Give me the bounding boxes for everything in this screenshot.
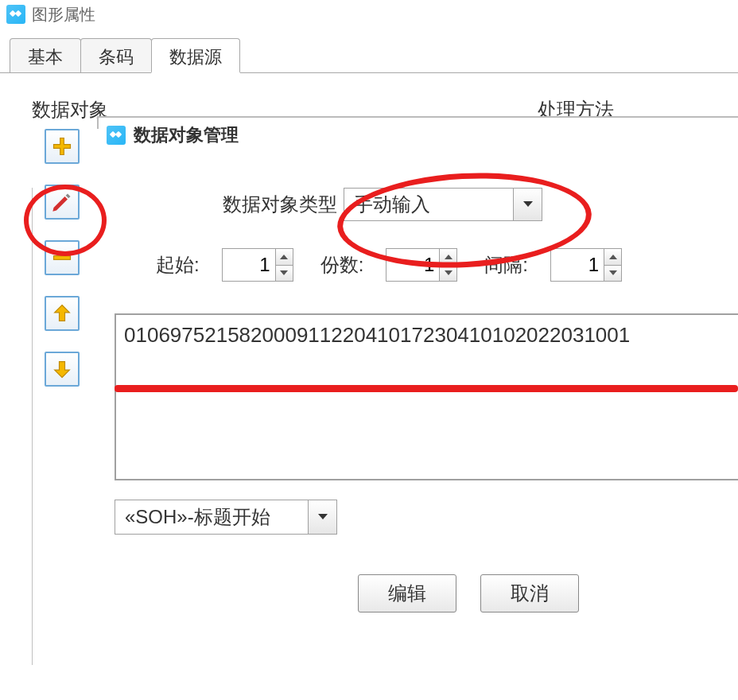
type-dropdown-value: 手动输入 <box>344 192 513 217</box>
arrow-up-icon <box>51 302 73 325</box>
copies-spinner[interactable] <box>386 248 457 282</box>
dialog-title: 数据对象管理 <box>134 123 239 147</box>
sidebar-buttons <box>45 129 80 387</box>
start-input[interactable] <box>223 249 275 281</box>
arrow-down-icon <box>51 358 73 380</box>
svg-rect-0 <box>10 10 16 17</box>
spinner-up-icon[interactable] <box>604 249 621 266</box>
window-title: 图形属性 <box>32 4 95 25</box>
start-spinner[interactable] <box>222 248 293 282</box>
dialog-title-bar: 数据对象管理 <box>99 118 738 153</box>
spinner-down-icon[interactable] <box>440 266 456 282</box>
interval-input[interactable] <box>551 249 604 281</box>
type-dropdown[interactable]: 手动输入 <box>344 188 542 221</box>
group-border <box>32 188 33 665</box>
data-textarea[interactable]: 0106975215820009112204101723041010202203… <box>115 313 738 480</box>
soh-dropdown-value: «SOH»-标题开始 <box>115 504 308 530</box>
tab-bar: 基本 条码 数据源 <box>0 38 738 73</box>
copies-label: 份数: <box>320 252 364 278</box>
interval-label: 间隔: <box>484 252 528 278</box>
chevron-down-icon <box>513 189 542 220</box>
spinner-up-icon[interactable] <box>276 249 293 266</box>
tab-barcode[interactable]: 条码 <box>80 38 152 72</box>
remove-button[interactable] <box>45 240 80 275</box>
cancel-button[interactable]: 取消 <box>480 574 579 612</box>
interval-spinner[interactable] <box>550 248 622 282</box>
soh-dropdown[interactable]: «SOH»-标题开始 <box>115 500 337 535</box>
spinner-down-icon[interactable] <box>604 266 621 282</box>
pencil-icon <box>51 191 73 213</box>
svg-rect-4 <box>115 131 122 138</box>
start-label: 起始: <box>156 252 200 278</box>
edit-dialog-button[interactable]: 编辑 <box>358 574 456 612</box>
svg-rect-2 <box>54 256 71 260</box>
chevron-down-icon <box>308 500 336 534</box>
spinner-up-icon[interactable] <box>440 249 456 266</box>
data-object-dialog: 数据对象管理 数据对象类型 手动输入 起始: <box>97 116 738 129</box>
window-title-bar: 图形属性 <box>0 0 738 29</box>
tab-datasource[interactable]: 数据源 <box>151 38 240 73</box>
edit-button[interactable] <box>45 185 80 220</box>
app-icon <box>6 5 25 24</box>
tab-basic[interactable]: 基本 <box>10 38 81 72</box>
move-up-button[interactable] <box>45 296 80 331</box>
svg-rect-3 <box>110 131 116 138</box>
copies-input[interactable] <box>386 249 439 281</box>
textarea-value: 0106975215820009112204101723041010202203… <box>116 315 738 356</box>
add-button[interactable] <box>45 129 80 164</box>
plus-icon <box>51 135 73 158</box>
dialog-icon <box>107 126 126 145</box>
type-label: 数据对象类型 <box>223 192 337 217</box>
minus-icon <box>51 247 73 269</box>
move-down-button[interactable] <box>45 352 80 387</box>
svg-rect-1 <box>15 10 21 17</box>
spinner-down-icon[interactable] <box>276 266 293 282</box>
